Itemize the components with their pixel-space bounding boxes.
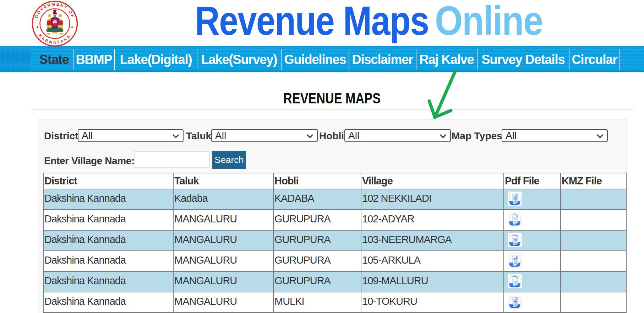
svg-text:★: ★	[70, 25, 74, 29]
svg-text:★: ★	[36, 25, 39, 29]
